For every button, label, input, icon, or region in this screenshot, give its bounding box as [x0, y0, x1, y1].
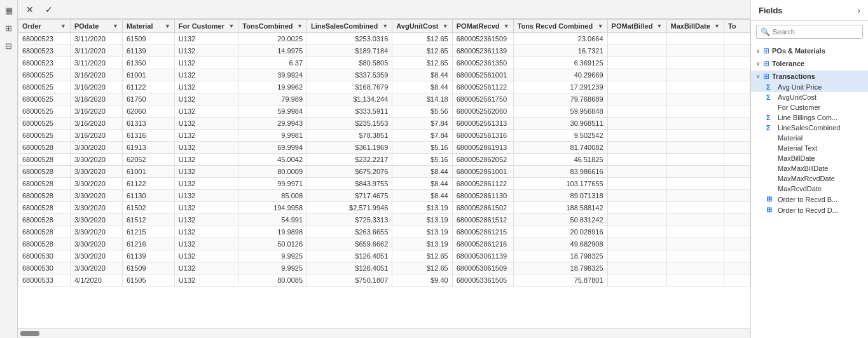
cell-Order: 68000528 — [18, 214, 71, 226]
col-header-LineSalesCombined[interactable]: LineSalesCombined ▼ — [307, 20, 392, 33]
filter-icon-LineSalesCombined[interactable]: ▼ — [382, 23, 388, 29]
cell-Order: 68000523 — [18, 57, 71, 69]
filter-icon-POMatBilled[interactable]: ▼ — [657, 23, 663, 29]
col-header-POdate[interactable]: POdate ▼ — [70, 20, 122, 33]
cell-TonsCombined: 19.9962 — [238, 81, 307, 93]
field-item-Order-to-Recvd-D...[interactable]: ⊞Order to Recvd D... — [751, 205, 868, 215]
fields-search-box[interactable]: 🔍 — [756, 25, 863, 39]
table-row[interactable]: 680005253/16/202061316U1329.9981$78.3851… — [18, 130, 750, 142]
confirm-button[interactable]: ✓ — [42, 3, 56, 17]
field-group-Transactions: ∨⊞TransactionsΣAvg Unit PriceΣAvgUnitCos… — [751, 71, 868, 215]
cell-Order: 68000528 — [18, 142, 71, 154]
cell-Material: 61509 — [122, 262, 174, 274]
table-row[interactable]: 680005283/30/202061215U13219.9898$263.66… — [18, 226, 750, 238]
fields-collapse-button[interactable]: › — [857, 5, 860, 15]
cell-POdate: 3/30/2020 — [70, 142, 122, 154]
col-header-Material[interactable]: Material ▼ — [122, 20, 174, 33]
cell-TonsRecvdCombined: 49.682908 — [513, 238, 607, 250]
field-group-header-Tolerance[interactable]: ∨⊞Tolerance — [751, 58, 868, 69]
field-group-header-POs-&-Materials[interactable]: ∨⊞POs & Materials — [751, 45, 868, 57]
cell-TonsRecvdCombined: 23.0664 — [513, 33, 607, 45]
cell-TonsCombined: 9.9925 — [238, 262, 307, 274]
field-item-For-Customer[interactable]: For Customer — [751, 102, 868, 112]
horizontal-scrollbar[interactable] — [18, 328, 750, 338]
scrollbar-thumb[interactable] — [20, 331, 39, 336]
cell-TonsCombined: 6.37 — [238, 57, 307, 69]
field-item-Order-to-Recvd-B...[interactable]: ⊞Order to Recvd B... — [751, 194, 868, 205]
filter-icon-Order[interactable]: ▼ — [60, 23, 66, 29]
table-row[interactable]: 680005253/16/202062060U13259.9984$333.59… — [18, 105, 750, 118]
table-row[interactable]: 680005233/11/202061509U13220.0025$253.03… — [18, 33, 750, 45]
table-row[interactable]: 680005283/30/202062052U13245.0042$232.22… — [18, 154, 750, 166]
cell-POMatRecvd: 6800052361509 — [452, 33, 513, 45]
field-item-MaxMaxRcvdDate[interactable]: MaxMaxRcvdDate — [751, 173, 868, 184]
filter-icon-POMatRecvd[interactable]: ▼ — [504, 23, 509, 29]
field-group-header-Transactions[interactable]: ∨⊞Transactions — [751, 71, 868, 82]
col-header-Order[interactable]: Order ▼ — [18, 20, 71, 33]
cell-POdate: 3/16/2020 — [70, 93, 122, 105]
cell-ForCustomer: U132 — [174, 81, 238, 93]
col-header-ForCustomer[interactable]: For Customer ▼ — [174, 20, 238, 33]
table-row[interactable]: 680005334/1/202061505U13280.0085$750.180… — [18, 274, 750, 287]
field-item-Avg-Unit-Price[interactable]: ΣAvg Unit Price — [751, 82, 868, 92]
cell-ForCustomer: U132 — [174, 166, 238, 178]
field-item-Material-Text[interactable]: Material Text — [751, 143, 868, 153]
table-row[interactable]: 680005253/16/202061001U13239.9924$337.53… — [18, 69, 750, 81]
filter-icon-ForCustomer[interactable]: ▼ — [228, 23, 234, 29]
col-header-To[interactable]: To — [724, 20, 750, 33]
table-row[interactable]: 680005283/30/202061122U13299.9971$843.97… — [18, 178, 750, 190]
col-header-POMatBilled[interactable]: POMatBilled ▼ — [607, 20, 666, 33]
table-sidebar-icon[interactable]: ⊞ — [1, 20, 17, 36]
table-row[interactable]: 680005283/30/202061913U13269.9994$361.19… — [18, 142, 750, 154]
filter-icon-AvgUnitCost[interactable]: ▼ — [443, 23, 448, 29]
filter-icon-TonsRecvdCombined[interactable]: ▼ — [598, 23, 603, 29]
field-item-MaxBillDate[interactable]: MaxBillDate — [751, 153, 868, 163]
cell-To — [724, 154, 750, 166]
table-row[interactable]: 680005303/30/202061509U1329.9925$126.405… — [18, 262, 750, 274]
field-item-label: Avg Unit Price — [778, 83, 822, 91]
filter-icon-POdate[interactable]: ▼ — [113, 23, 118, 29]
filter-icon-Material[interactable]: ▼ — [165, 23, 170, 29]
close-button[interactable]: ✕ — [23, 3, 37, 17]
table-row[interactable]: 680005253/16/202061750U13279.989$1,134.2… — [18, 93, 750, 105]
cell-POMatBilled — [607, 154, 666, 166]
col-header-MaxBillDate[interactable]: MaxBillDate ▼ — [666, 20, 724, 33]
table-row[interactable]: 680005283/30/202061001U13280.0009$675.20… — [18, 166, 750, 178]
col-header-AvgUnitCost[interactable]: AvgUnitCost ▼ — [392, 20, 452, 33]
table-row[interactable]: 680005283/30/202061216U13250.0126$659.66… — [18, 238, 750, 250]
filter-icon-TonsCombined[interactable]: ▼ — [297, 23, 303, 29]
col-header-TonsRecvdCombined[interactable]: Tons Recvd Combined ▼ — [513, 20, 607, 33]
cell-To — [724, 226, 750, 238]
field-item-Material[interactable]: Material — [751, 133, 868, 143]
field-item-LineSalesCombined[interactable]: ΣLineSalesCombined — [751, 123, 868, 133]
field-item-Line-Billings-Com...[interactable]: ΣLine Billings Com... — [751, 112, 868, 123]
report-sidebar-icon[interactable]: ⊟ — [1, 38, 17, 53]
search-input[interactable] — [773, 28, 860, 36]
cell-To — [724, 166, 750, 178]
field-item-AvgUnitCost[interactable]: ΣAvgUnitCost — [751, 92, 868, 102]
sigma-icon: Σ — [766, 124, 775, 132]
table-row[interactable]: 680005283/30/202061512U13254.991$725.331… — [18, 214, 750, 226]
table-row[interactable]: 680005283/30/202061502U132194.9958$2,571… — [18, 202, 750, 214]
table-row[interactable]: 680005283/30/202061130U13285.008$717.467… — [18, 190, 750, 202]
field-item-MaxRcvdDate[interactable]: MaxRcvdDate — [751, 184, 868, 194]
filter-icon-MaxBillDate[interactable]: ▼ — [714, 23, 720, 29]
cell-To — [724, 118, 750, 130]
field-item-MaxMaxBillDate[interactable]: MaxMaxBillDate — [751, 163, 868, 173]
cell-TonsRecvdCombined: 6.369125 — [513, 57, 607, 69]
bar-chart-sidebar-icon[interactable]: ▦ — [1, 3, 17, 18]
table-row[interactable]: 680005253/16/202061122U13219.9962$168.76… — [18, 81, 750, 93]
table-row[interactable]: 680005303/30/202061139U1329.9925$126.405… — [18, 250, 750, 262]
col-header-POMatRecvd[interactable]: POMatRecvd ▼ — [452, 20, 513, 33]
chevron-down-icon: ∨ — [756, 73, 761, 79]
table-container[interactable]: Order ▼ POdate ▼ Material ▼ — [18, 19, 750, 328]
field-item-label: Order to Recvd D... — [778, 206, 838, 214]
cell-POMatRecvd: 6800052361350 — [452, 57, 513, 69]
table-row[interactable]: 680005253/16/202061313U13229.9943$235.15… — [18, 118, 750, 130]
cell-POMatBilled — [607, 93, 666, 105]
cell-TonsCombined: 85.008 — [238, 190, 307, 202]
field-group-POs-&-Materials: ∨⊞POs & Materials — [751, 45, 868, 57]
table-row[interactable]: 680005233/11/202061139U13214.9975$189.71… — [18, 45, 750, 57]
col-header-TonsCombined[interactable]: TonsCombined ▼ — [238, 20, 307, 33]
table-row[interactable]: 680005233/11/202061350U1326.37$80.5805$1… — [18, 57, 750, 69]
